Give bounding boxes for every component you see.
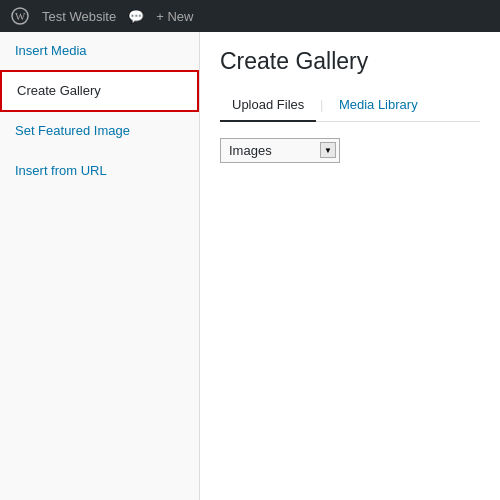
page-title: Create Gallery [220, 47, 480, 77]
site-name[interactable]: Test Website [42, 9, 116, 24]
sidebar-item-insert-from-url[interactable]: Insert from URL [0, 152, 199, 190]
filter-row: Images Audio Video ▼ [220, 138, 480, 163]
tabs: Upload Files | Media Library [220, 89, 480, 122]
sidebar: Insert Media Create Gallery Set Featured… [0, 32, 200, 500]
sidebar-item-set-featured-image[interactable]: Set Featured Image [0, 112, 199, 150]
svg-text:W: W [15, 10, 26, 22]
tab-separator: | [316, 89, 327, 121]
sidebar-item-insert-media[interactable]: Insert Media [0, 32, 199, 70]
content-area: Create Gallery Upload Files | Media Libr… [200, 32, 500, 500]
new-button[interactable]: + New [156, 9, 193, 24]
tab-media-library[interactable]: Media Library [327, 89, 430, 122]
main-layout: Insert Media Create Gallery Set Featured… [0, 32, 500, 500]
admin-bar: W Test Website 💬 + New [0, 0, 500, 32]
filter-select-wrapper: Images Audio Video ▼ [220, 138, 340, 163]
wp-logo[interactable]: W [10, 6, 30, 26]
comments-icon[interactable]: 💬 [128, 9, 144, 24]
tab-upload-files[interactable]: Upload Files [220, 89, 316, 122]
filter-select[interactable]: Images Audio Video [220, 138, 340, 163]
sidebar-item-create-gallery[interactable]: Create Gallery [0, 70, 199, 112]
